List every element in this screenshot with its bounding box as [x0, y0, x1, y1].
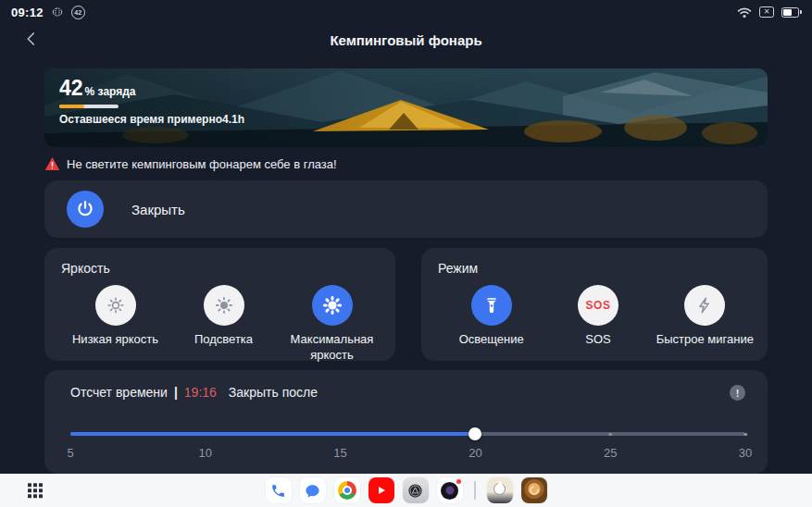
back-button[interactable] [19, 26, 44, 52]
no-sim-icon: ✕ [759, 6, 774, 18]
timer-separator: | [174, 385, 178, 400]
timer-subtitle: Закрыть после [229, 385, 318, 400]
sun-bright-icon [312, 285, 353, 326]
charge-percent-value: 42 [59, 76, 83, 101]
brightness-card: Яркость Низкая яркость [44, 248, 395, 361]
brightness-option-label: Максимальная яркость [278, 332, 386, 364]
mode-option-sos[interactable]: SOS SOS [544, 285, 651, 348]
power-card: Закрыть [44, 180, 768, 238]
messages-app-icon[interactable] [300, 477, 326, 503]
warning-triangle-icon [44, 156, 60, 171]
warning-text: Не светите кемпинговым фонарем себе в гл… [67, 157, 337, 171]
brightness-option-max[interactable]: Максимальная яркость [278, 285, 386, 364]
genshin-app-icon[interactable] [487, 477, 513, 503]
remaining-time-text: Оставшееся время примерно4.1h [59, 113, 244, 126]
sun-dim-icon [204, 285, 244, 326]
clock: 09:12 [11, 6, 44, 19]
camera-app-icon[interactable] [437, 477, 463, 503]
slider-tick-label: 15 [333, 446, 346, 460]
timer-slider-fill [70, 432, 475, 436]
sun-outline-icon [95, 285, 136, 326]
mode-option-label: Освещение [459, 332, 524, 348]
flashlight-icon [471, 285, 512, 326]
slider-tick-label: 10 [199, 446, 212, 460]
phone-app-icon[interactable] [266, 477, 292, 503]
timer-info-icon[interactable]: ! [730, 385, 745, 401]
brightness-option-backlight[interactable]: Подсветка [169, 285, 278, 364]
battery-icon [781, 7, 799, 18]
charge-progress-bar [59, 105, 119, 108]
timer-slider-labels: 5 10 15 20 25 30 [70, 446, 745, 464]
power-icon [75, 199, 95, 219]
timer-countdown-value: 19:16 [184, 385, 217, 400]
wifi-icon [737, 6, 752, 19]
mode-card: Режим Освещение [421, 248, 768, 361]
app-drawer-button[interactable] [28, 483, 43, 498]
brightness-title: Яркость [61, 261, 386, 276]
charge-banner: 42 % заряда Оставшееся время примерно4.1… [44, 68, 768, 147]
power-off-button[interactable] [67, 191, 104, 228]
slider-tick-label: 5 [67, 446, 73, 460]
brightness-option-label: Низкая яркость [72, 332, 158, 348]
warning-row: Не светите кемпинговым фонарем себе в гл… [44, 154, 768, 174]
mode-option-label: Быстрое мигание [656, 332, 754, 348]
notification-dot [456, 479, 461, 484]
brightness-option-low[interactable]: Низкая яркость [61, 285, 169, 364]
mode-title: Режим [438, 261, 758, 276]
header: Кемпинговый фонарь [0, 24, 812, 56]
dock-divider [474, 481, 476, 500]
timer-slider-thumb[interactable] [468, 427, 481, 440]
lightning-icon [684, 285, 725, 326]
charge-progress-fill [59, 105, 84, 108]
slider-tick-dot [608, 433, 612, 437]
slider-tick-label: 20 [468, 446, 481, 460]
hearthstone-app-icon[interactable] [521, 477, 547, 503]
youtube-app-icon[interactable] [369, 477, 394, 503]
timer-slider[interactable] [70, 427, 745, 440]
mode-option-light[interactable]: Освещение [438, 285, 544, 348]
timer-title: Отсчет времени [70, 385, 168, 400]
smart-device-app-icon[interactable] [403, 477, 429, 503]
power-off-label: Закрыть [131, 202, 185, 217]
dock [0, 474, 812, 507]
mode-option-label: SOS [585, 332, 610, 348]
timer-card: Отсчет времени | 19:16 Закрыть после ! 5… [44, 370, 768, 474]
status-bar: 09:12 42 ✕ [0, 0, 812, 24]
brightness-option-label: Подсветка [194, 332, 253, 348]
slider-tick-dot [743, 433, 747, 437]
sos-icon-text: SOS [586, 299, 611, 312]
slider-tick-label: 25 [604, 446, 617, 460]
page-title: Кемпинговый фонарь [330, 32, 481, 48]
sos-icon: SOS [578, 285, 618, 326]
slider-tick-label: 30 [739, 446, 752, 460]
charge-percent-unit: % заряда [85, 85, 136, 98]
chrome-app-icon[interactable] [334, 477, 360, 503]
mode-option-blink[interactable]: Быстрое мигание [652, 285, 758, 348]
screen: 09:12 42 ✕ Кемпинговый фонарь [0, 0, 812, 507]
battery-42-badge-icon: 42 [71, 6, 85, 19]
vibrate-icon [51, 6, 64, 19]
